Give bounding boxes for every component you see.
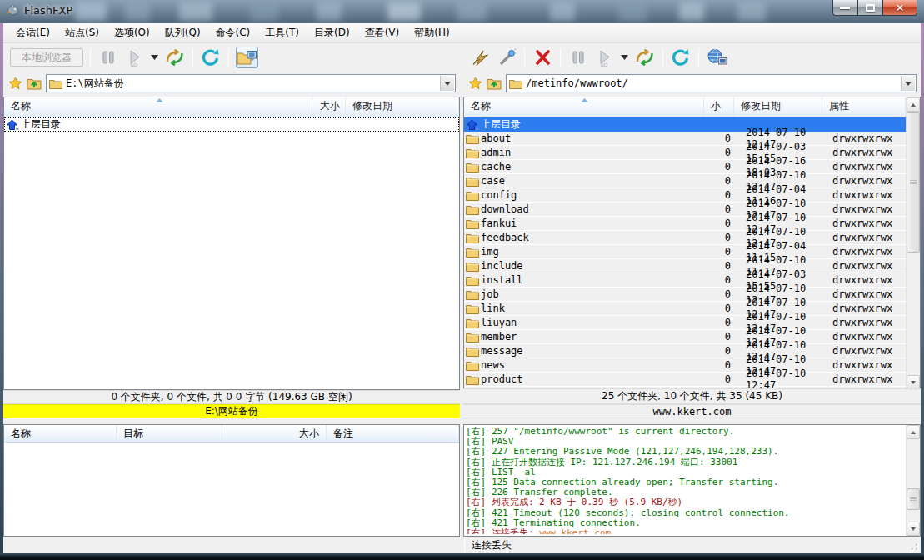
parent-directory-row[interactable]: 上层目录: [4, 118, 459, 132]
log-text: 227 Entering Passive Mode (121,127,246,1…: [492, 446, 778, 457]
menu-item-8[interactable]: 帮助(H): [407, 23, 457, 42]
column-header-attr[interactable]: 属性: [822, 98, 906, 117]
connect-button[interactable]: [470, 47, 492, 68]
quick-connect-button[interactable]: [496, 47, 517, 68]
maximize-button[interactable]: [857, 0, 882, 16]
window-title: FlashFXP: [24, 4, 72, 17]
folder-icon: [464, 261, 481, 272]
minimize-button[interactable]: [832, 0, 857, 16]
parent-directory-row[interactable]: 上层目录: [464, 118, 906, 132]
file-row[interactable]: fankui02014-07-10 12:47drwxrwxrwx: [464, 217, 906, 231]
scroll-down-button[interactable]: [907, 522, 920, 536]
refresh-button[interactable]: [200, 47, 222, 68]
log-text: 正在打开数据连接 IP: 121.127.246.194 端口: 33001: [492, 457, 737, 468]
file-row[interactable]: liuyan02014-07-10 12:47drwxrwxrwx: [464, 316, 906, 330]
file-row[interactable]: about02014-07-10 12:47drwxrwxrwx: [464, 132, 906, 146]
folder-icon: [464, 275, 481, 286]
abort-button[interactable]: [532, 47, 553, 68]
folder-icon: [464, 218, 481, 229]
file-row[interactable]: product02014-07-10 12:47drwxrwxrwx: [464, 372, 906, 387]
client-area: 会话(E)站点(S)选项(O)队列(Q)命令(C)工具(T)目录(D)查看(V)…: [3, 23, 921, 553]
menu-item-2[interactable]: 选项(O): [107, 23, 157, 42]
resize-grip-icon[interactable]: [908, 541, 919, 552]
queue-column-size[interactable]: 大小: [222, 425, 327, 442]
folder-icon: [509, 78, 522, 89]
folder-sync-toggle[interactable]: [236, 47, 258, 68]
transfer-mode-button[interactable]: [163, 47, 186, 68]
log-prefix: [右]: [466, 467, 492, 478]
file-row[interactable]: member02014-07-10 12:47drwxrwxrwx: [464, 330, 906, 344]
scroll-up-button[interactable]: [907, 98, 920, 112]
menu-item-0[interactable]: 会话(E): [8, 23, 57, 42]
menu-item-4[interactable]: 命令(C): [208, 23, 258, 42]
queue-column-target[interactable]: 目标: [117, 425, 222, 442]
go-up-folder-icon[interactable]: [27, 77, 42, 90]
menu-item-6[interactable]: 目录(D): [307, 23, 357, 42]
remote-path-combobox[interactable]: /metinfo/wwwroot/: [506, 74, 917, 92]
column-header-date[interactable]: 修改日期: [734, 98, 822, 117]
site-globe-button[interactable]: [706, 47, 727, 68]
scroll-down-button[interactable]: [907, 375, 920, 389]
file-size: 0: [704, 147, 734, 158]
folder-icon: [464, 148, 481, 158]
bookmark-star-icon[interactable]: [8, 77, 22, 90]
file-size: 0: [704, 302, 734, 314]
column-header-size[interactable]: 大小: [312, 98, 346, 117]
file-row[interactable]: case02014-07-10 12:47drwxrwxrwx: [464, 174, 906, 188]
menu-item-5[interactable]: 工具(T): [257, 23, 307, 42]
file-row[interactable]: admin02014-07-03 15:55drwxrwxrwx: [464, 146, 906, 160]
file-row[interactable]: install02014-07-03 15:55drwxrwxrwx: [464, 273, 906, 288]
log-panel: [右] 257 "/metinfo/wwwroot" is current di…: [463, 424, 921, 537]
menu-item-3[interactable]: 队列(Q): [157, 23, 208, 42]
go-up-folder-icon[interactable]: [487, 77, 502, 90]
file-row[interactable]: link02014-07-10 12:47drwxrwxrwx: [464, 302, 906, 316]
log-text: 257 "/metinfo/wwwroot" is current direct…: [492, 427, 734, 437]
file-row[interactable]: feedback02014-07-10 12:47drwxrwxrwx: [464, 231, 906, 245]
file-row[interactable]: download02014-07-10 12:47drwxrwxrwx: [464, 202, 906, 217]
file-attributes: drwxrwxrwx: [822, 189, 906, 201]
queue-dropdown-button[interactable]: [149, 47, 159, 68]
file-row[interactable]: message02014-07-10 12:47drwxrwxrwx: [464, 344, 906, 358]
start-queue-button: GO: [593, 47, 615, 68]
file-row[interactable]: cache02014-07-16 18:03drwxrwxrwx: [464, 160, 906, 174]
column-header-size[interactable]: 大小: [704, 98, 734, 117]
log-scrollbar[interactable]: [906, 425, 920, 536]
queue-column-name[interactable]: 名称: [4, 425, 117, 442]
file-attributes: drwxrwxrwx: [822, 147, 906, 158]
file-attributes: drwxrwxrwx: [822, 274, 906, 286]
file-row[interactable]: job02014-07-10 12:47drwxrwxrwx: [464, 288, 906, 302]
file-row[interactable]: news02014-07-10 12:47drwxrwxrwx: [464, 358, 906, 372]
toolbar-separator: [192, 48, 193, 67]
file-row[interactable]: config02014-07-04 11:16drwxrwxrwx: [464, 188, 906, 202]
folder-icon: [464, 204, 481, 215]
scroll-up-button[interactable]: [907, 425, 920, 439]
menu-bar: 会话(E)站点(S)选项(O)队列(Q)命令(C)工具(T)目录(D)查看(V)…: [3, 23, 921, 43]
log-text: 421 Timeout (120 seconds): closing contr…: [492, 508, 790, 518]
folder-icon: [464, 289, 481, 300]
combo-dropdown-button[interactable]: [901, 76, 915, 91]
log-text: PASV: [492, 436, 514, 447]
menu-item-7[interactable]: 查看(V): [357, 23, 407, 42]
folder-icon: [464, 232, 481, 243]
ftp-log: [右] 257 "/metinfo/wwwroot" is current di…: [466, 427, 904, 534]
file-row[interactable]: include02014-07-10 11:17drwxrwxrwx: [464, 259, 906, 273]
file-name: 上层目录: [481, 118, 704, 132]
remote-list-scrollbar[interactable]: [906, 98, 920, 389]
refresh-button[interactable]: [670, 47, 692, 68]
up-arrow-icon: [4, 119, 21, 131]
bookmark-star-icon[interactable]: [468, 77, 482, 90]
close-button[interactable]: ✕: [882, 0, 917, 16]
scrollbar-thumb[interactable]: [907, 112, 920, 252]
file-name: member: [481, 331, 704, 342]
menu-item-1[interactable]: 站点(S): [57, 23, 107, 42]
queue-dropdown-button[interactable]: [619, 47, 629, 68]
queue-column-note[interactable]: 备注: [327, 425, 459, 442]
folder-icon: [464, 360, 481, 371]
file-name: download: [481, 203, 704, 215]
column-header-date[interactable]: 修改日期: [346, 98, 459, 117]
transfer-mode-button[interactable]: [633, 47, 656, 68]
scrollbar-thumb[interactable]: [907, 488, 920, 510]
local-path-combobox[interactable]: E:\网站备份: [46, 74, 456, 92]
file-row[interactable]: img02014-07-04 11:15drwxrwxrwx: [464, 245, 906, 259]
combo-dropdown-button[interactable]: [440, 76, 454, 91]
